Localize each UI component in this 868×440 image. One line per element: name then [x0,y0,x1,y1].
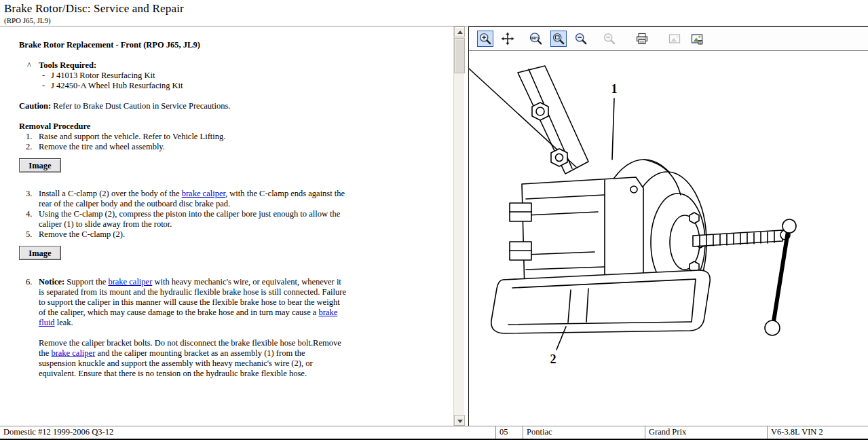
graphic-toolbar: 100% [469,27,868,51]
step-number: 4. [26,209,39,230]
scrollbar-thumb[interactable] [454,38,465,73]
status-code: 05 [495,426,523,439]
removal-paragraph: Remove the caliper bracket bolts. Do not… [39,338,342,379]
graphic-panel: 100% [468,26,868,426]
status-make: Pontiac [523,426,645,439]
zoom-window-icon [552,32,565,45]
step-4: 4. Using the C-clamp (2), compress the p… [19,209,452,230]
caution-row: Caution: Refer to Brake Dust Caution in … [19,101,452,111]
pan-icon [501,32,514,45]
app-window: Brake Rotor/Disc: Service and Repair (RP… [0,0,868,440]
brake-caliper-link[interactable]: brake caliper [51,348,95,358]
bullet-dash: - [42,81,51,91]
zoom-previous-icon [603,32,616,45]
scroll-up-button[interactable] [454,26,465,37]
step-2: 2. Remove the tire and wheel assembly. [19,142,452,152]
document-body: Brake Rotor Replacement - Front (RPO J65… [0,26,452,426]
page-title: Brake Rotor/Disc: Service and Repair [4,2,863,16]
zoom-100-icon: 100% [529,32,544,45]
step-text: Using the C-clamp (2), compress the pist… [39,209,347,230]
up-arrow-icon [457,31,463,34]
tool-item: -J 41013 Rotor Resurfacing Kit [42,71,452,81]
tools-required-label: Tools Required: [39,60,96,70]
print-icon [635,32,649,45]
bullet-dash: - [42,71,51,81]
step-number: 1. [26,132,39,142]
document-panel: Brake Rotor Replacement - Front (RPO J65… [0,26,464,426]
step-text: Notice: Support the brake caliper with h… [39,277,347,328]
zoom-window-button[interactable] [550,31,567,47]
document-heading: Brake Rotor Replacement - Front (RPO J65… [19,40,452,50]
status-bar: Domestic #12 1999-2006 Q3-12 05 Pontiac … [0,426,868,439]
scroll-down-button[interactable] [454,415,465,426]
brake-caliper-link[interactable]: brake caliper [108,277,152,287]
status-engine: V6-3.8L VIN 2 [767,426,868,439]
page-subtitle: (RPO J65, JL9) [4,16,863,24]
pan-button[interactable] [499,31,516,47]
zoom-in-button[interactable] [477,31,493,47]
zoom-100-button[interactable]: 100% [528,31,544,47]
callout-label-2: 2 [550,352,556,366]
step-3: 3. Install a C-clamp (2) over the body o… [19,189,452,209]
step-text: Raise and support the vehicle. Refer to … [39,132,347,142]
down-arrow-icon [457,420,463,423]
step-text: Remove the C-clamp (2). [39,230,347,240]
brake-caliper-diagram: 1 2 [469,51,868,426]
step-number: 6. [26,277,39,328]
caution-text: Refer to Brake Dust Caution in Service P… [51,101,230,111]
image-properties-button[interactable] [689,31,705,47]
step-number: 3. [26,189,39,209]
brake-caliper-link[interactable]: brake caliper [182,189,225,198]
status-model: Grand Prix [645,426,767,439]
collapse-marker[interactable]: ^ [27,60,39,71]
document-scrollbar[interactable] [453,26,464,426]
zoom-out-button[interactable] [573,31,589,47]
image-button-2[interactable]: Image [19,246,61,260]
caution-label: Caution: [19,101,51,111]
zoom-previous-button[interactable] [601,31,618,47]
tool-item-text: J 42450-A Wheel Hub Resurfacing Kit [51,81,183,90]
step-text: Remove the tire and wheel assembly. [39,142,347,152]
step-1: 1. Raise and support the vehicle. Refer … [19,132,452,142]
copy-image-icon [668,32,681,45]
step-5: 5. Remove the C-clamp (2). [19,230,452,240]
step-number: 2. [26,142,39,152]
removal-procedure-heading: Removal Procedure [19,122,452,132]
svg-text:100%: 100% [529,35,540,40]
notice-label: Notice: [39,277,64,287]
page-header: Brake Rotor/Disc: Service and Repair (RP… [0,0,868,26]
step-text: Install a C-clamp (2) over the body of t… [39,189,347,209]
zoom-out-icon [574,32,588,45]
print-button[interactable] [634,31,650,47]
tool-item: -J 42450-A Wheel Hub Resurfacing Kit [42,81,452,91]
tool-item-text: J 41013 Rotor Resurfacing Kit [51,71,155,80]
callout-label-1: 1 [611,82,618,96]
tools-required-row: ^Tools Required: [27,60,452,71]
diagram-drawing: 1 2 [469,51,868,424]
step-number: 5. [26,230,39,240]
image-button-1[interactable]: Image [19,158,61,172]
zoom-in-icon [478,32,492,45]
copy-image-button[interactable] [666,31,683,47]
status-database: Domestic #12 1999-2006 Q3-12 [0,426,495,439]
image-properties-icon [690,32,704,45]
step-6: 6. Notice: Support the brake caliper wit… [19,277,452,328]
